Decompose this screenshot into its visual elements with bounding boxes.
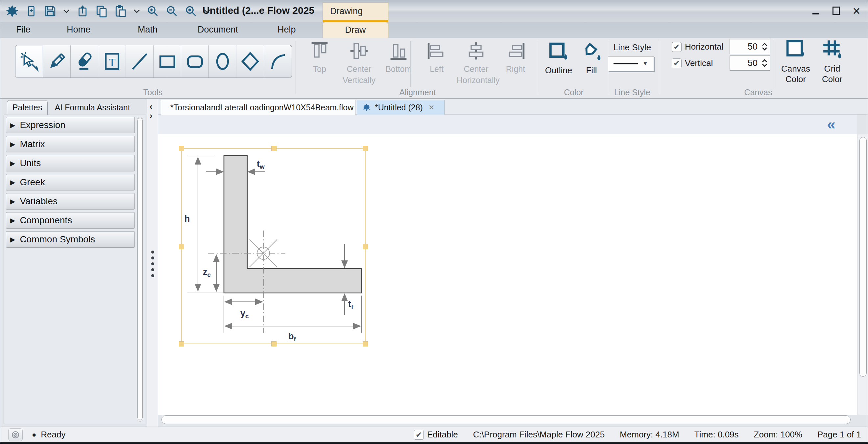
palette-section-variables[interactable]: ▶Variables	[6, 193, 135, 209]
selection-handle-e[interactable]	[363, 244, 368, 249]
app-window: Untitled (2...e Flow 2025 × Drawing File…	[0, 0, 868, 444]
palette-section-components[interactable]: ▶Components	[6, 212, 135, 229]
selection-handle-s[interactable]	[271, 341, 277, 346]
document-tab[interactable]: *Untitled (28) ×	[357, 100, 445, 114]
panel-splitter[interactable]: ‹ ›	[147, 99, 158, 426]
save-button[interactable]	[43, 4, 58, 19]
align-right-button[interactable]: Right	[496, 38, 535, 74]
fill-color-icon	[581, 58, 602, 64]
align-center-vertically-button[interactable]: Center Vertically	[340, 38, 378, 86]
horizontal-grid-checkbox[interactable]: ✔ Horizontal	[672, 42, 723, 52]
tools-group-label: Tools	[15, 88, 291, 97]
scrollbar-thumb[interactable]	[860, 137, 867, 377]
drawing-canvas[interactable]: h tw zc yc bf tf	[158, 134, 857, 415]
menu-help[interactable]: Help	[278, 25, 296, 35]
rectangle-tool-button[interactable]	[154, 45, 181, 77]
grid-color-icon	[821, 56, 843, 62]
expand-arrow-icon: ▶	[10, 121, 15, 129]
zoom-reset-button[interactable]	[184, 4, 198, 19]
palette-section-expression[interactable]: ▶Expression	[6, 117, 135, 133]
close-tab-icon[interactable]: ×	[429, 102, 434, 113]
select-tool-button[interactable]	[16, 45, 43, 77]
vertical-grid-checkbox[interactable]: ✔ Vertical	[672, 58, 713, 68]
collapse-panel-left-icon[interactable]: ‹	[150, 101, 153, 112]
status-dot-icon: ●	[32, 431, 36, 439]
color-group-label: Color	[542, 88, 605, 97]
dimension-label-tw: tw	[257, 159, 265, 170]
zoom-out-button[interactable]	[165, 4, 179, 19]
expand-panel-right-icon[interactable]: ›	[150, 111, 153, 121]
align-center-horizontally-button[interactable]: Center Horizontally	[457, 38, 495, 86]
tab-ai-formula-assistant[interactable]: AI Formula Assistant	[50, 100, 135, 114]
document-tab-title: *Untitled (28)	[375, 103, 423, 112]
menu-math[interactable]: Math	[138, 25, 157, 35]
menu-file[interactable]: File	[16, 25, 31, 35]
save-menu-chevron-icon[interactable]	[62, 4, 71, 19]
status-ready: ● Ready	[32, 430, 65, 440]
maple-file-icon	[362, 103, 371, 112]
align-top-icon	[300, 38, 339, 63]
palette-scrollbar[interactable]	[137, 117, 143, 422]
copy-button[interactable]	[94, 4, 109, 19]
line-style-dropdown[interactable]: ▼	[608, 56, 654, 71]
selection-handle-sw[interactable]	[179, 341, 184, 346]
diamond-tool-button[interactable]	[237, 45, 264, 77]
selection-handle-w[interactable]	[179, 244, 184, 249]
selection-handle-ne[interactable]	[363, 146, 368, 151]
zoom-in-button[interactable]	[146, 4, 160, 19]
palette-list: ▶Expression ▶Matrix ▶Units ▶Greek ▶Varia…	[4, 114, 145, 424]
maximize-button[interactable]	[830, 4, 842, 18]
canvas-vertical-scrollbar[interactable]	[858, 134, 868, 415]
beam-cross-section-figure	[182, 149, 366, 345]
svg-text:T: T	[108, 57, 115, 68]
checkbox-check-icon: ✔	[414, 430, 424, 440]
curve-tool-button[interactable]	[264, 45, 291, 77]
selection-handle-se[interactable]	[363, 341, 368, 346]
line-tool-button[interactable]	[126, 45, 154, 77]
palette-section-units[interactable]: ▶Units	[6, 155, 135, 171]
document-tab[interactable]: *TorsionalandLateralLoadingonW10X54Beam.…	[161, 100, 355, 114]
selection-bounding-box[interactable]: h tw zc yc bf tf	[181, 148, 366, 344]
fill-color-button[interactable]: Fill	[578, 41, 605, 75]
align-left-button[interactable]: Left	[417, 38, 456, 74]
outline-color-button[interactable]: Outline	[542, 41, 575, 75]
checkbox-check-icon: ✔	[672, 59, 682, 68]
palette-section-matrix[interactable]: ▶Matrix	[6, 136, 135, 152]
menu-document[interactable]: Document	[197, 25, 238, 35]
title-bar: Untitled (2...e Flow 2025 ×	[0, 0, 868, 22]
new-document-button[interactable]	[24, 4, 38, 19]
horizontal-spacing-stepper[interactable]: 50	[730, 39, 770, 54]
menu-home[interactable]: Home	[67, 25, 90, 35]
eraser-tool-button[interactable]	[71, 45, 98, 77]
tab-palettes[interactable]: Palettes	[7, 100, 48, 114]
ellipse-tool-button[interactable]	[209, 45, 237, 77]
expand-arrow-icon: ▶	[10, 178, 15, 186]
palette-section-greek[interactable]: ▶Greek	[6, 174, 135, 191]
rounded-rectangle-tool-button[interactable]	[181, 45, 209, 77]
interrupt-button[interactable]	[8, 428, 23, 441]
pencil-tool-button[interactable]	[43, 45, 71, 77]
close-button[interactable]: ×	[850, 4, 862, 18]
canvas-color-button[interactable]: Canvas Color	[778, 39, 814, 84]
paste-menu-chevron-icon[interactable]	[132, 4, 141, 19]
document-tab-title: *TorsionalandLateralLoadingonW10X54Beam.…	[170, 103, 353, 112]
align-bottom-button[interactable]: Bottom	[379, 38, 418, 74]
dimension-label-tf: tf	[348, 299, 353, 311]
splitter-grip[interactable]	[151, 250, 154, 277]
selection-handle-n[interactable]	[271, 146, 277, 151]
text-tool-button[interactable]: T	[98, 45, 126, 77]
scrollbar-thumb[interactable]	[161, 415, 850, 424]
palette-section-common-symbols[interactable]: ▶Common Symbols	[6, 231, 135, 248]
align-top-button[interactable]: Top	[300, 38, 339, 74]
minimize-button[interactable]	[810, 4, 822, 18]
grid-color-button[interactable]: Grid Color	[816, 39, 848, 84]
selection-handle-nw[interactable]	[179, 146, 184, 151]
editable-checkbox[interactable]: ✔ Editable	[414, 430, 458, 440]
vertical-spacing-stepper[interactable]: 50	[730, 56, 770, 71]
tab-draw[interactable]: Draw	[322, 22, 388, 38]
export-button[interactable]	[75, 4, 90, 19]
canvas-horizontal-scrollbar[interactable]	[161, 415, 854, 424]
paste-button[interactable]	[114, 4, 128, 19]
dimension-label-yc: yc	[240, 308, 249, 320]
collapse-sidebar-icon[interactable]: «	[827, 115, 835, 133]
